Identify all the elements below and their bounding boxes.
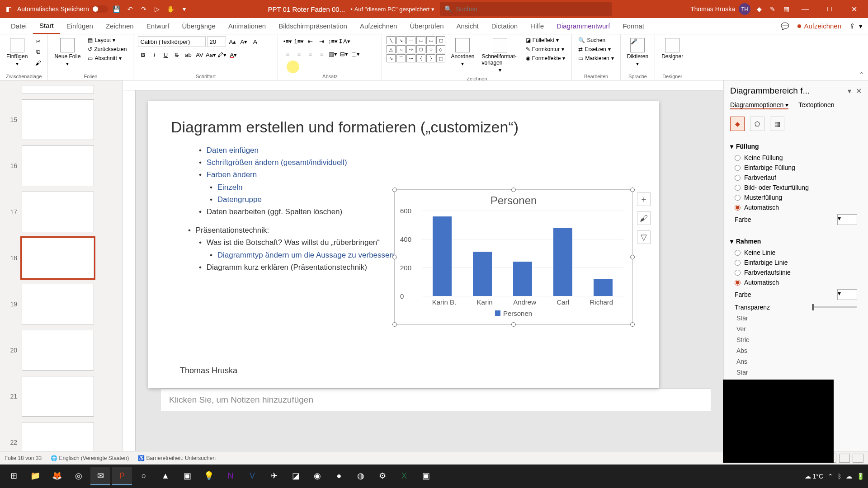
tab-uebergaenge[interactable]: Übergänge [176,18,222,34]
app-icon[interactable]: 💡 [199,467,219,485]
text-options-tab[interactable]: Textoptionen [798,101,834,109]
bullet-link[interactable]: Schriftgrößen ändern (gesamt/individuell… [207,158,347,167]
qat-more-icon[interactable]: ▾ [179,4,189,14]
bullet-link[interactable]: Diagrammtyp ändern um die Aussage zu ver… [217,251,396,259]
slide-thumbnail[interactable] [22,376,94,417]
grow-font-icon[interactable]: A▴ [227,37,237,47]
highlight-button[interactable]: 🖍▾ [217,50,227,60]
app-icon[interactable]: ● [329,467,349,485]
line-option[interactable]: Keine Linie [730,248,862,258]
layout-button[interactable]: ▤ Layout ▾ [86,36,128,44]
align-center-button[interactable]: ≡ [294,49,304,59]
reset-button[interactable]: ↺ Zurücksetzen [86,45,128,53]
visio-icon[interactable]: V [242,467,262,485]
app-icon[interactable]: ▣ [177,467,197,485]
new-slide-button[interactable]: Neue Folie▾ [52,36,82,69]
chevron-down-icon[interactable]: ▾ [730,143,733,150]
line-spacing-button[interactable]: ↕≡▾ [328,36,338,46]
indent-button[interactable]: ⇥ [316,36,326,46]
tab-animationen[interactable]: Animationen [222,18,272,34]
diagram-options-tab[interactable]: Diagrammoptionen ▾ [730,101,788,109]
copy-icon[interactable]: ⧉ [33,47,43,57]
app-icon[interactable]: ○ [134,467,154,485]
format-painter-icon[interactable]: 🖌 [33,58,43,68]
pen-icon[interactable]: ✎ [768,4,778,14]
toggle-switch[interactable] [92,5,108,13]
line-section-title[interactable]: Rahmen [736,238,761,245]
tab-dictation[interactable]: Dictation [485,18,524,34]
notes-input[interactable]: Klicken Sie, um Notizen hinzuzufügen [161,388,711,411]
line-option[interactable]: Automatisch [730,277,862,287]
redo-icon[interactable]: ↷ [139,4,149,14]
align-left-button[interactable]: ≡ [283,49,292,59]
quick-styles-button[interactable]: Schnellformat-vorlagen▾ [480,36,520,75]
resize-handle[interactable] [630,188,635,192]
present-dropdown-icon[interactable]: ▾ [859,22,863,30]
onenote-icon[interactable]: N [221,467,241,485]
firefox-icon[interactable]: 🦊 [47,467,67,485]
slide-thumbnail[interactable] [22,145,94,186]
resize-handle[interactable] [511,322,516,327]
chart-bar[interactable] [433,216,452,296]
bold-button[interactable]: B [138,50,148,60]
chevron-down-icon[interactable]: ▾ [730,238,733,245]
font-size-input[interactable] [207,36,226,47]
tab-aufzeichnen[interactable]: Aufzeichnen [354,18,404,34]
tray-chevron-icon[interactable]: ⌃ [828,473,833,480]
slide-thumbnail[interactable] [22,99,94,140]
pane-close-icon[interactable]: ✕ [856,87,862,95]
reading-view-button[interactable] [839,454,850,463]
tab-diagrammentwurf[interactable]: Diagrammentwurf [550,18,616,34]
italic-button[interactable]: I [149,50,159,60]
telegram-icon[interactable]: ✈ [264,467,284,485]
shape-effects-button[interactable]: ◉ Formeffekte ▾ [524,54,567,62]
pane-dropdown-icon[interactable]: ▾ [848,87,851,95]
chart-bar[interactable] [553,228,572,296]
fill-color-picker[interactable]: ▾ [837,214,857,225]
excel-icon[interactable]: X [394,467,414,485]
chart-legend[interactable]: Personen [395,310,632,317]
slide-thumbnail[interactable] [22,422,94,451]
slide-counter[interactable]: Folie 18 von 33 [5,455,42,461]
touch-mode-icon[interactable]: ✋ [166,4,176,14]
slide-thumbnail[interactable] [22,238,94,278]
tab-zeichnen[interactable]: Zeichnen [99,18,140,34]
tab-format[interactable]: Format [616,18,651,34]
close-button[interactable]: ✕ [844,2,864,16]
accessibility-status[interactable]: ♿ Barrierefreiheit: Untersuchen [138,455,216,461]
tab-start[interactable]: Start [33,18,60,34]
line-option[interactable]: Einfarbige Linie [730,258,862,267]
thumbnail-panel[interactable]: 15161718192021222324 [0,80,123,451]
transparency-slider[interactable] [812,306,857,308]
shape-outline-button[interactable]: ✎ Formkontur ▾ [524,45,567,53]
resize-handle[interactable] [392,255,397,259]
settings-icon[interactable]: ⚙ [373,467,392,485]
find-button[interactable]: 🔍 Suchen [576,36,615,44]
numbering-button[interactable]: 1≡▾ [294,36,304,46]
shrink-font-icon[interactable]: A▾ [239,37,249,47]
font-color-button[interactable]: A▾ [228,50,238,60]
resize-handle[interactable] [630,322,635,327]
fill-option[interactable]: Farbverlauf [730,173,862,183]
align-text-button[interactable]: ⊟▾ [339,49,349,59]
search-input[interactable] [456,5,607,13]
fill-option[interactable]: Musterfüllung [730,192,862,202]
minimize-button[interactable]: — [795,2,816,16]
chart-bar[interactable] [513,262,532,296]
line-option[interactable]: Farbverlaufslinie [730,267,862,277]
effects-tab-icon[interactable]: ⬠ [750,117,764,131]
comments-icon[interactable]: 💬 [781,22,789,30]
justify-button[interactable]: ≡ [316,49,326,59]
app-icon[interactable]: ▣ [416,467,436,485]
tab-hilfe[interactable]: Hilfe [524,18,550,34]
dictate-button[interactable]: 🎤Diktieren▾ [625,36,650,69]
chart-elements-button[interactable]: ＋ [637,192,651,206]
cut-icon[interactable]: ✂ [33,36,43,46]
fill-option[interactable]: Bild- oder Texturfüllung [730,183,862,192]
replace-button[interactable]: ⇄ Ersetzen ▾ [576,45,615,53]
user-badge[interactable]: Thomas Hruska TH [690,3,750,15]
underline-button[interactable]: U [160,50,170,60]
diamond-icon[interactable]: ◆ [754,4,764,14]
shape-fill-button[interactable]: ◪ Fülleffekt ▾ [524,36,567,44]
outlook-icon[interactable]: ✉ [90,467,110,485]
